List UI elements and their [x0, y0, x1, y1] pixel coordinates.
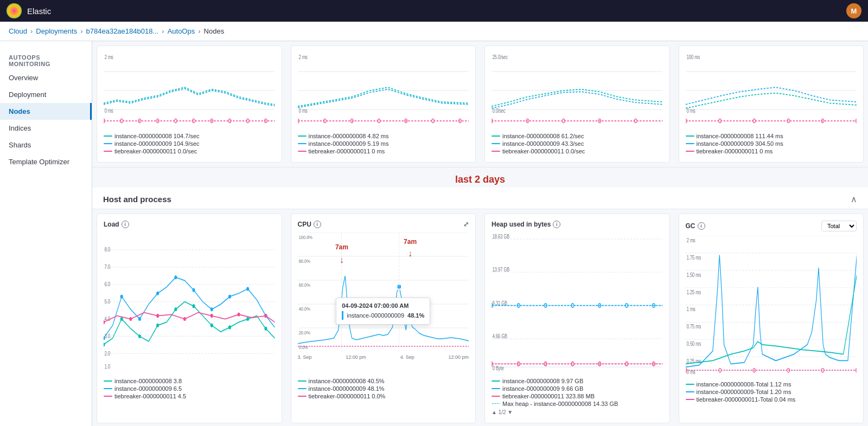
chart-title-heap: Heap used in bytes i: [492, 221, 663, 228]
annotation-7am-left: 7am: [335, 243, 348, 251]
chart-network-tx: 2 ms 0 ms: [97, 46, 282, 163]
svg-text:0 ms: 0 ms: [105, 108, 114, 114]
svg-point-77: [174, 275, 177, 279]
annotation-arrow-left: ↓: [340, 255, 344, 265]
svg-text:0.50 ms: 0.50 ms: [686, 341, 701, 347]
svg-point-89: [264, 314, 267, 318]
chart-legend-cpu: instance-0000000008 40.5% instance-00000…: [298, 378, 469, 399]
chart-area-network-tx: 2 ms 0 ms: [104, 53, 275, 128]
chart-area-load: 8.0 7.0 6.0 5.0 4.0 3.0 2.0 1.0: [104, 233, 275, 373]
svg-text:1 ms: 1 ms: [686, 306, 695, 313]
svg-text:6.0: 6.0: [105, 281, 110, 288]
svg-text:80.0%: 80.0%: [298, 259, 310, 264]
svg-point-81: [246, 287, 249, 291]
sidebar-item-deployment[interactable]: Deployment: [0, 86, 92, 103]
svg-point-68: [193, 304, 195, 308]
svg-point-86: [183, 317, 186, 321]
sidebar-item-shards[interactable]: Shards: [0, 137, 92, 153]
user-avatar[interactable]: M: [846, 3, 861, 18]
svg-text:25.0/sec: 25.0/sec: [493, 54, 508, 60]
host-section-title: Host and process: [103, 195, 171, 204]
chart-legend-load: instance-0000000008 3.8 instance-0000000…: [104, 378, 275, 399]
svg-point-75: [138, 317, 141, 321]
svg-text:60.0%: 60.0%: [298, 282, 310, 288]
svg-point-87: [210, 314, 213, 318]
main-content: 2 ms 0 ms: [92, 41, 868, 426]
chart-network-rx: 2 ms 0 ms: [291, 46, 476, 163]
chart-legend-gc: instance-0000000008-Total 1.12 ms instan…: [686, 381, 857, 403]
chart-title-load: Load i: [104, 221, 275, 228]
cpu-tooltip: 04-09-2024 07:00:00 AM instance-00000000…: [336, 298, 430, 325]
topbar-title: Elastic: [27, 7, 51, 16]
svg-point-78: [193, 288, 195, 292]
svg-point-71: [246, 317, 249, 321]
chart-legend-network-rx: instance-0000000008 4.82 ms instance-000…: [298, 133, 469, 154]
chart-legend-disk-read: instance-0000000008 61.2/sec instance-00…: [492, 133, 663, 154]
chart-title-gc: GC i Total Young Old: [686, 221, 857, 231]
svg-text:1.0: 1.0: [105, 363, 110, 370]
breadcrumb: Cloud › Deployments › b784ea32ae184b018.…: [0, 22, 868, 41]
chart-load: Load i 8.0 7.0: [97, 214, 282, 423]
svg-point-72: [264, 327, 267, 331]
app-layout: AutoOps Monitoring Overview Deployment N…: [0, 41, 868, 426]
gc-info-icon[interactable]: i: [698, 222, 705, 230]
svg-point-74: [120, 295, 123, 299]
svg-point-65: [138, 334, 141, 338]
svg-text:0.75 ms: 0.75 ms: [686, 324, 701, 330]
svg-text:2.0: 2.0: [105, 351, 110, 357]
svg-text:2 ms: 2 ms: [105, 54, 114, 60]
svg-text:0.0/sec: 0.0/sec: [493, 108, 506, 114]
annotation-arrow-right: ↓: [408, 249, 412, 259]
chart-disk-write: 100 ms 0 ms: [679, 46, 864, 163]
svg-text:1.25 ms: 1.25 ms: [686, 289, 701, 295]
load-info-icon[interactable]: i: [122, 221, 129, 228]
chart-title-cpu: CPU i ⤢: [298, 221, 469, 228]
chart-heap: Heap used in bytes i 18.63 GB 13.97 GB: [484, 214, 670, 423]
chart-area-heap: 18.63 GB 13.97 GB 9.31 GB 4.66 GB 0 Byte: [492, 233, 663, 373]
svg-text:1.75 ms: 1.75 ms: [686, 254, 701, 261]
breadcrumb-current: Nodes: [204, 27, 225, 35]
cpu-expand-icon[interactable]: ⤢: [463, 221, 469, 228]
chart-cpu: CPU i ⤢ 7am ↓ 7am ↓ 04-09-2024 0: [291, 214, 476, 423]
chart-legend-heap: instance-0000000008 9.97 GB instance-000…: [492, 378, 663, 415]
svg-text:100.0%: 100.0%: [298, 235, 312, 240]
gc-dropdown[interactable]: Total Young Old: [821, 221, 857, 231]
svg-text:0.0%: 0.0%: [298, 345, 308, 350]
svg-text:20.0%: 20.0%: [298, 330, 310, 335]
svg-point-79: [210, 307, 213, 311]
svg-point-67: [174, 307, 177, 311]
sidebar-item-template-optimizer[interactable]: Template Optimizer: [0, 153, 92, 170]
breadcrumb-autoops[interactable]: AutoOps: [168, 27, 195, 35]
chart-area-disk-read: 25.0/sec 0.0/sec 3. Sep12:: [492, 53, 663, 128]
cpu-info-icon[interactable]: i: [314, 221, 321, 228]
breadcrumb-deployments[interactable]: Deployments: [36, 27, 77, 35]
chart-area-gc: 2 ms 1.75 ms 1.50 ms 1.25 ms 1 ms 0.75 m…: [686, 236, 857, 377]
svg-point-85: [156, 314, 159, 318]
svg-text:1.50 ms: 1.50 ms: [686, 272, 701, 278]
annotation-7am-right: 7am: [404, 238, 417, 246]
svg-text:13.97 GB: 13.97 GB: [493, 267, 510, 273]
collapse-button[interactable]: ∧: [851, 194, 857, 204]
sidebar-item-overview[interactable]: Overview: [0, 69, 92, 86]
chart-disk-read: 25.0/sec 0.0/sec 3. Sep12:: [484, 46, 670, 163]
svg-point-76: [156, 292, 159, 295]
heap-info-icon[interactable]: i: [553, 221, 560, 228]
breadcrumb-cloud[interactable]: Cloud: [9, 27, 27, 35]
svg-point-88: [238, 313, 240, 317]
topbar: Elastic M: [0, 0, 868, 22]
svg-text:2 ms: 2 ms: [686, 237, 695, 244]
topbar-left: Elastic: [7, 3, 51, 18]
svg-text:0 ms: 0 ms: [298, 108, 308, 114]
sidebar-item-nodes[interactable]: Nodes: [0, 103, 92, 120]
sidebar-item-indices[interactable]: Indices: [0, 120, 92, 137]
time-banner: last 2 days: [92, 167, 868, 188]
svg-point-66: [156, 324, 159, 327]
chart-area-disk-write: 100 ms 0 ms: [686, 53, 857, 128]
svg-point-84: [129, 317, 132, 321]
svg-point-64: [120, 317, 123, 321]
host-section-header: Host and process ∧: [92, 188, 868, 209]
breadcrumb-deployment-id[interactable]: b784ea32ae184b018...: [86, 27, 159, 35]
sidebar: AutoOps Monitoring Overview Deployment N…: [0, 41, 92, 426]
chart-area-network-rx: 2 ms 0 ms: [298, 53, 469, 128]
sidebar-section-title: AutoOps Monitoring: [0, 50, 92, 69]
